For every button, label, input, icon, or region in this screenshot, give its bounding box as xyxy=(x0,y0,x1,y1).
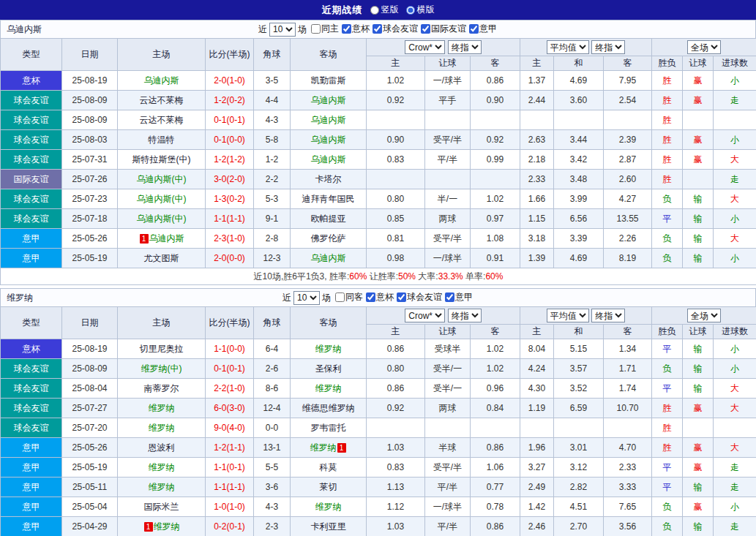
team-link[interactable]: 佛罗伦萨 xyxy=(311,233,346,244)
team-link[interactable]: 乌迪内斯(中) xyxy=(137,174,187,184)
league-badge[interactable]: 球会友谊 xyxy=(1,418,62,438)
match-score[interactable]: 0-1(0-1) xyxy=(206,359,254,379)
match-score[interactable]: 1-1(0-0) xyxy=(206,339,254,359)
team-link[interactable]: 云达不莱梅 xyxy=(140,95,184,105)
home-team-cell[interactable]: 1维罗纳 xyxy=(118,517,206,536)
fulltime-select[interactable]: 全场 xyxy=(687,309,721,322)
team-link[interactable]: 凯勤雷斯 xyxy=(311,75,346,86)
team-link[interactable]: 欧帕提亚 xyxy=(311,214,346,224)
match-score[interactable]: 0-2(0-1) xyxy=(206,517,254,536)
odds-source-select[interactable]: Crow* xyxy=(405,40,445,54)
match-score[interactable]: 1-1(1-1) xyxy=(206,478,254,497)
team-link[interactable]: 乌迪内斯 xyxy=(311,154,346,165)
league-badge[interactable]: 意甲 xyxy=(1,517,62,536)
team-link[interactable]: 乌迪内斯 xyxy=(311,135,346,145)
match-score[interactable]: 2-2(1-0) xyxy=(206,379,254,399)
horizontal-layout-radio[interactable] xyxy=(406,6,415,15)
vertical-layout-radio[interactable] xyxy=(370,6,379,15)
team-link[interactable]: 罗韦雷托 xyxy=(311,423,346,433)
league-badge[interactable]: 球会友谊 xyxy=(1,189,62,209)
filter-option-意杯[interactable]: 意杯 xyxy=(364,291,394,303)
league-badge[interactable]: 球会友谊 xyxy=(1,359,62,379)
team-link[interactable]: 斯特拉斯堡(中) xyxy=(132,154,191,165)
match-score[interactable]: 2-3(1-0) xyxy=(206,229,254,249)
team-link[interactable]: 乌迪内斯 xyxy=(311,95,346,105)
home-team-cell[interactable]: 恩波利 xyxy=(118,438,206,458)
away-team-cell[interactable]: 凯勤雷斯 xyxy=(291,71,367,91)
home-team-cell[interactable]: 维罗纳 xyxy=(118,418,206,438)
away-team-cell[interactable]: 圣保利 xyxy=(291,359,367,379)
layout-option-vertical[interactable]: 竖版 xyxy=(370,4,399,16)
league-badge[interactable]: 意甲 xyxy=(1,497,62,517)
team-link[interactable]: 乌迪内斯 xyxy=(149,233,184,244)
league-badge[interactable]: 球会友谊 xyxy=(1,91,62,110)
away-team-cell[interactable]: 卡利亚里 xyxy=(291,517,367,536)
filter-checkbox[interactable] xyxy=(421,24,430,34)
team-link[interactable]: 迪拜青年国民 xyxy=(302,194,355,204)
match-score[interactable]: 2-0(1-0) xyxy=(206,71,254,91)
home-team-cell[interactable]: 切里尼奥拉 xyxy=(118,339,206,359)
home-team-cell[interactable]: 维罗纳 xyxy=(118,478,206,497)
filter-checkbox[interactable] xyxy=(469,24,479,34)
team-link[interactable]: 莱切 xyxy=(320,482,337,492)
filter-checkbox[interactable] xyxy=(397,292,406,302)
team-link[interactable]: 维罗纳 xyxy=(149,482,175,492)
filter-option-意甲[interactable]: 意甲 xyxy=(444,291,473,303)
avg-time-select[interactable]: 终指 xyxy=(591,309,625,322)
team-link[interactable]: 乌迪内斯 xyxy=(144,75,179,86)
team-link[interactable]: 维罗纳 xyxy=(149,403,175,413)
filter-checkbox[interactable] xyxy=(445,292,454,302)
team-link[interactable]: 云达不莱梅 xyxy=(140,115,184,125)
team-link[interactable]: 尤文图斯 xyxy=(144,253,179,263)
team-link[interactable]: 卡利亚里 xyxy=(311,521,346,532)
league-badge[interactable]: 球会友谊 xyxy=(1,209,62,229)
away-team-cell[interactable]: 乌迪内斯 xyxy=(291,249,367,268)
away-team-cell[interactable]: 罗韦雷托 xyxy=(291,418,367,438)
team-link[interactable]: 维罗纳 xyxy=(315,383,342,393)
fulltime-select[interactable]: 全场 xyxy=(687,40,721,54)
match-score[interactable]: 2-0(0-0) xyxy=(206,249,254,268)
home-team-cell[interactable]: 尤文图斯 xyxy=(118,249,206,268)
match-score[interactable]: 1-3(0-2) xyxy=(206,189,254,209)
team-link[interactable]: 维罗纳 xyxy=(149,462,175,472)
home-team-cell[interactable]: 维罗纳 xyxy=(118,458,206,478)
home-team-cell[interactable]: 南蒂罗尔 xyxy=(118,379,206,399)
filter-option-意甲[interactable]: 意甲 xyxy=(468,23,497,35)
match-score[interactable]: 1-2(1-1) xyxy=(206,438,254,458)
away-team-cell[interactable]: 乌迪内斯 xyxy=(291,130,367,150)
odds-time-select[interactable]: 终指 xyxy=(448,309,482,322)
filter-option-同主[interactable]: 同主 xyxy=(310,23,339,35)
match-score[interactable]: 9-0(4-0) xyxy=(206,418,254,438)
league-badge[interactable]: 球会友谊 xyxy=(1,130,62,150)
avg-source-select[interactable]: 平均值 xyxy=(547,309,589,322)
filter-checkbox[interactable] xyxy=(373,24,382,34)
filter-checkbox[interactable] xyxy=(311,24,321,34)
home-team-cell[interactable]: 乌迪内斯(中) xyxy=(118,209,206,229)
home-team-cell[interactable]: 维罗纳(中) xyxy=(118,359,206,379)
team-link[interactable]: 维罗纳 xyxy=(315,344,342,354)
home-team-cell[interactable]: 斯特拉斯堡(中) xyxy=(118,150,206,170)
away-team-cell[interactable]: 莱切 xyxy=(291,478,367,497)
away-team-cell[interactable]: 维罗纳1 xyxy=(291,438,367,458)
team-link[interactable]: 维德思维罗纳 xyxy=(302,403,355,413)
league-badge[interactable]: 球会友谊 xyxy=(1,150,62,170)
filter-option-球会友谊[interactable]: 球会友谊 xyxy=(371,23,418,35)
away-team-cell[interactable]: 迪拜青年国民 xyxy=(291,189,367,209)
team-link[interactable]: 维罗纳 xyxy=(154,521,180,532)
team-link[interactable]: 南蒂罗尔 xyxy=(144,383,179,393)
match-score[interactable]: 1-0(1-0) xyxy=(206,497,254,517)
league-badge[interactable]: 球会友谊 xyxy=(1,379,62,399)
away-team-cell[interactable]: 佛罗伦萨 xyxy=(291,229,367,249)
filter-option-意杯[interactable]: 意杯 xyxy=(340,23,370,35)
filter-checkbox[interactable] xyxy=(366,292,375,302)
avg-time-select[interactable]: 终指 xyxy=(591,40,625,54)
avg-source-select[interactable]: 平均值 xyxy=(547,40,589,54)
filter-option-国际友谊[interactable]: 国际友谊 xyxy=(419,23,466,35)
filter-option-同客[interactable]: 同客 xyxy=(334,291,363,303)
away-team-cell[interactable]: 维罗纳 xyxy=(291,497,367,517)
league-badge[interactable]: 意杯 xyxy=(1,71,62,91)
league-badge[interactable]: 意甲 xyxy=(1,229,62,249)
away-team-cell[interactable]: 乌迪内斯 xyxy=(291,91,367,110)
odds-source-select[interactable]: Crow* xyxy=(405,309,445,322)
filter-checkbox[interactable] xyxy=(342,24,351,34)
